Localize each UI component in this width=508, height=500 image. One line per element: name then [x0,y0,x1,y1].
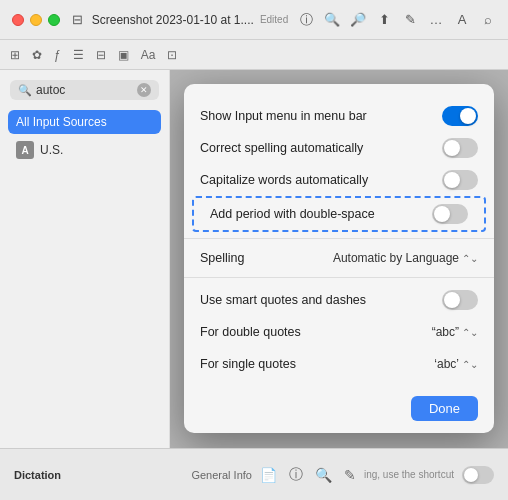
show-input-menu-label: Show Input menu in menu bar [200,109,367,123]
toggle-knob [444,172,460,188]
traffic-lights [12,14,60,26]
dictation-file-icon[interactable]: 📄 [260,467,277,483]
modal-body: Show Input menu in menu bar Correct spel… [184,84,494,388]
toolbar2: ⊞ ✿ ƒ ☰ ⊟ ▣ Aa ⊡ [0,40,508,70]
divider-2 [184,277,494,278]
double-quotes-arrow: ⌃⌄ [462,327,478,338]
toolbar2-icon-2[interactable]: ✿ [32,48,42,62]
add-period-label: Add period with double-space [210,207,375,221]
smart-quotes-label: Use smart quotes and dashes [200,293,366,307]
main-content: 🔍 ✕ All Input Sources A U.S. + − [0,70,508,500]
spelling-label: Spelling [200,251,244,265]
single-quotes-arrow: ⌃⌄ [462,359,478,370]
more-icon[interactable]: … [428,12,444,28]
correct-spelling-label: Correct spelling automatically [200,141,363,155]
sidebar: 🔍 ✕ All Input Sources A U.S. + − [0,70,170,500]
double-quotes-row: For double quotes “abc” ⌃⌄ [184,316,494,348]
capitalize-words-row: Capitalize words automatically [184,164,494,196]
capitalize-words-toggle[interactable] [442,170,478,190]
font-icon[interactable]: A [454,12,470,28]
done-button[interactable]: Done [411,396,478,421]
dictation-toggle-knob [464,468,478,482]
modal-overlay: Show Input menu in menu bar Correct spel… [170,70,508,500]
toolbar2-icon-4[interactable]: ☰ [73,48,84,62]
search-icon: 🔍 [18,84,32,97]
single-quotes-value: ‘abc’ [434,357,459,371]
dictation-search-icon[interactable]: 🔍 [315,467,332,483]
capitalize-words-label: Capitalize words automatically [200,173,368,187]
toolbar2-icon-3[interactable]: ƒ [54,48,61,62]
toolbar2-icon-8[interactable]: ⊡ [167,48,177,62]
zoom-in-icon[interactable]: 🔎 [350,12,366,28]
window-title: Screenshot 2023-01-10 at 1.... [92,13,254,27]
double-quotes-dropdown[interactable]: “abc” ⌃⌄ [432,325,478,339]
minimize-button[interactable] [30,14,42,26]
spelling-dropdown-arrow: ⌃⌄ [462,253,478,264]
add-period-toggle[interactable] [432,204,468,224]
window-subtitle: Edited [260,14,288,25]
zoom-out-icon[interactable]: 🔍 [324,12,340,28]
single-quotes-label: For single quotes [200,357,296,371]
markup-icon[interactable]: ✎ [402,12,418,28]
right-panel: Keyboard Key repeat rate Delay until rep… [170,70,508,500]
dictation-info-icon[interactable]: ⓘ [289,466,303,484]
smart-quotes-toggle[interactable] [442,290,478,310]
search-box[interactable]: 🔍 ✕ [10,80,159,100]
toolbar-right-icons: ⓘ 🔍 🔎 ⬆ ✎ … A ⌕ [298,12,496,28]
info-icon[interactable]: ⓘ [298,12,314,28]
single-quotes-dropdown[interactable]: ‘abc’ ⌃⌄ [434,357,478,371]
dictation-edit-icon[interactable]: ✎ [344,467,356,483]
toggle-knob [434,206,450,222]
toolbar2-icon-6[interactable]: ▣ [118,48,129,62]
double-quotes-label: For double quotes [200,325,301,339]
search-icon[interactable]: ⌕ [480,12,496,28]
zoom-button[interactable] [48,14,60,26]
toolbar2-icon-1[interactable]: ⊞ [10,48,20,62]
sidebar-item-us[interactable]: A U.S. [8,136,161,164]
dashed-selection-box: Add period with double-space [192,196,486,232]
divider-1 [184,238,494,239]
window-title-area: ⊟ Screenshot 2023-01-10 at 1.... Edited [60,12,298,28]
sidebar-item-all-input-sources[interactable]: All Input Sources [8,110,161,134]
search-input[interactable] [36,83,133,97]
single-quotes-row: For single quotes ‘abc’ ⌃⌄ [184,348,494,380]
sidebar-list: All Input Sources A U.S. [0,110,169,164]
dictation-icons: 📄 ⓘ 🔍 ✎ [260,466,356,484]
toggle-knob [444,140,460,156]
modal-footer: Done [184,388,494,433]
dictation-title: Dictation [14,469,61,481]
spelling-value: Automatic by Language [333,251,459,265]
dictation-bar: Dictation General Info 📄 ⓘ 🔍 ✎ ing, use … [0,448,508,500]
dictation-toggle[interactable] [462,466,494,484]
spelling-row: Spelling Automatic by Language ⌃⌄ [184,245,494,271]
correct-spelling-toggle[interactable] [442,138,478,158]
toggle-knob [460,108,476,124]
correct-spelling-row: Correct spelling automatically [184,132,494,164]
us-flag-icon: A [16,141,34,159]
toggle-knob [444,292,460,308]
add-period-row: Add period with double-space [194,198,484,230]
double-quotes-value: “abc” [432,325,459,339]
share-icon[interactable]: ⬆ [376,12,392,28]
spelling-dropdown[interactable]: Automatic by Language ⌃⌄ [333,251,478,265]
close-button[interactable] [12,14,24,26]
show-input-menu-row: Show Input menu in menu bar [184,100,494,132]
toolbar2-icon-5[interactable]: ⊟ [96,48,106,62]
smart-quotes-row: Use smart quotes and dashes [184,284,494,316]
search-clear-button[interactable]: ✕ [137,83,151,97]
window-chrome: ⊟ Screenshot 2023-01-10 at 1.... Edited … [0,0,508,40]
general-info-label: General Info [191,469,252,481]
sidebar-icon[interactable]: ⊟ [70,12,86,28]
dictation-hint: ing, use the shortcut [364,469,454,480]
toolbar2-icon-7[interactable]: Aa [141,48,156,62]
settings-modal: Show Input menu in menu bar Correct spel… [184,84,494,433]
show-input-menu-toggle[interactable] [442,106,478,126]
